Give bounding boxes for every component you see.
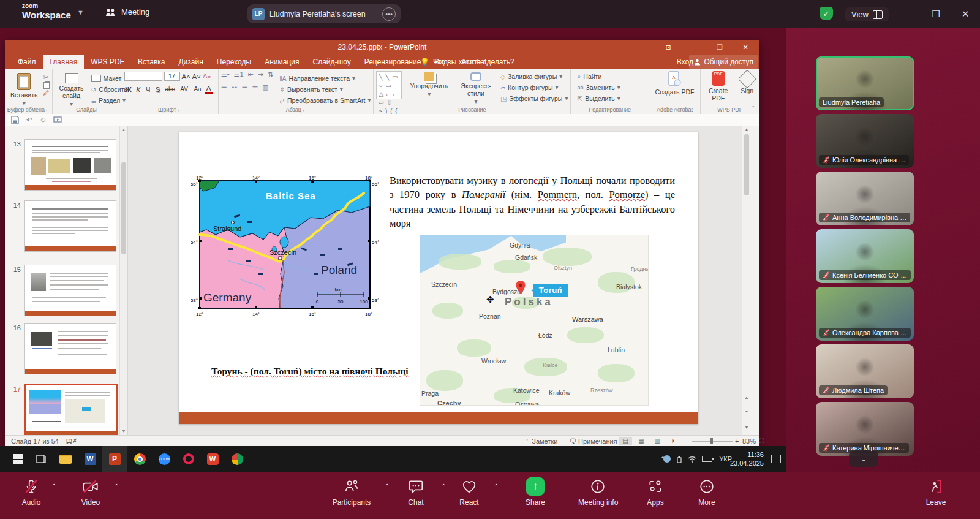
participant-video-tile[interactable]: Анна Володимирівна … (816, 172, 914, 225)
participants-options-chevron[interactable]: ⌃ (385, 483, 390, 490)
text-shadow-button[interactable]: S (154, 86, 162, 93)
shapes-gallery[interactable]: ╲ ╲ ▭ ○ ▭△ ⌐ ⌐ ⇨ ⇩~ ) ( { } ☆ (376, 71, 402, 99)
chrome-icon[interactable] (132, 451, 148, 467)
paste-button[interactable]: Вставить ▾ (7, 70, 41, 107)
ribbon-tab[interactable]: Главная (43, 55, 85, 69)
align-left-button[interactable]: ☱ (221, 83, 227, 91)
acrobat-create-pdf-button[interactable]: A Создать PDF (649, 69, 699, 96)
video-button[interactable]: Video (71, 477, 110, 507)
increase-indent-button[interactable]: ⇥ (258, 70, 263, 78)
slide-caption[interactable]: Торунь - (пол. Toruń) місто на півночі П… (211, 366, 409, 377)
align-right-button[interactable]: ☴ (242, 83, 248, 91)
start-slideshow-icon[interactable] (53, 116, 62, 124)
participants-button[interactable]: Participants (332, 477, 371, 507)
ribbon-tab[interactable]: WPS PDF (84, 55, 131, 69)
react-button[interactable]: React (450, 477, 489, 507)
slide-paragraph[interactable]: Використовувати музику в логопедії у Пол… (390, 173, 675, 231)
columns-button[interactable]: ▥ (262, 83, 268, 91)
ribbon-tab[interactable]: Файл (11, 55, 43, 69)
new-slide-button[interactable]: Создать слайд ▾ (54, 70, 89, 107)
ribbon-tab[interactable]: Вставка (131, 55, 172, 69)
participant-video-tile[interactable]: Ксенія Беліменко СО-… (816, 229, 914, 283)
change-case-button[interactable]: Aa (192, 86, 204, 93)
thumbnail-scrollbar[interactable]: ▲ ▼ (119, 126, 127, 435)
participant-video-tile[interactable]: Юлія Олександрівна … (816, 114, 914, 168)
system-tray[interactable] (663, 446, 712, 472)
wps-create-pdf-button[interactable]: PDF Create PDF (702, 69, 735, 102)
decrease-indent-button[interactable]: ⇤ (248, 70, 254, 78)
more-options-icon[interactable]: ••• (382, 7, 396, 21)
bullets-button[interactable]: ☰• (221, 70, 230, 78)
zoom-app-icon[interactable]: ZOOM (156, 451, 172, 467)
find-button[interactable]: ⌕Найти (577, 72, 649, 81)
ppt-close-button[interactable]: ✕ (735, 40, 756, 55)
slide-sorter-view-button[interactable]: ▦ (635, 437, 648, 445)
zoom-out-button[interactable]: — (682, 436, 689, 447)
minimize-button[interactable]: — (895, 0, 920, 28)
poland-map-image[interactable]: GdyniaGdańskOlsztynГроднаSzczecinBiałyst… (420, 235, 649, 406)
workspace-chevron-icon[interactable]: ▼ (77, 9, 84, 16)
ribbon-tab[interactable]: Переходы (210, 55, 258, 69)
security-shield-icon[interactable]: ✓ (820, 7, 833, 20)
wps-icon[interactable]: W (205, 451, 221, 467)
task-view-button[interactable] (34, 451, 50, 467)
undo-button[interactable]: ↶ (26, 116, 32, 124)
slide-thumbnail-16[interactable]: 16 (9, 323, 116, 374)
ppt-minimize-button[interactable]: — (684, 40, 704, 55)
slide-scrollbar[interactable]: ▲ ⏶ ⏷ ▼ (742, 126, 751, 435)
view-button[interactable]: View (845, 7, 889, 21)
audio-button[interactable]: Audio (12, 477, 51, 507)
baltic-sea-map-image[interactable]: 12° 14° 16° 18° 12° 14° 16° 18° 55° 54° … (191, 175, 379, 319)
shrink-font-button[interactable]: A˅ (192, 73, 201, 80)
comments-button[interactable]: 🗨 Примечания (570, 436, 617, 447)
ppt-share-button[interactable]: Общий доступ (689, 55, 758, 69)
justify-button[interactable]: ☰ (252, 83, 258, 91)
participant-video-tile[interactable]: Катерина Мірошниче… (816, 402, 914, 456)
word-icon[interactable]: W (82, 451, 98, 467)
redo-button[interactable]: ↻ (40, 116, 46, 124)
participant-video-tile[interactable]: Людмила Штепа (816, 344, 914, 398)
character-spacing-button[interactable]: AV (178, 86, 190, 93)
ribbon-tab[interactable]: Анимация (258, 55, 306, 69)
slide-thumbnail-13[interactable]: 13 (9, 139, 116, 191)
participant-video-tile[interactable]: Liudmyla Peretiaha (816, 56, 914, 110)
chat-button[interactable]: Chat (396, 477, 435, 507)
shape-effects-button[interactable]: ◳Эффекты фигуры▾ (500, 94, 568, 103)
participant-video-tile[interactable]: Олександра Карпова … (816, 287, 914, 341)
align-text-button[interactable]: ⇳Выровнять текст▾ (279, 85, 371, 94)
replace-button[interactable]: abЗаменить▾ (577, 83, 649, 92)
restore-button[interactable]: ❐ (924, 0, 948, 28)
notification-center-icon[interactable] (771, 446, 781, 472)
normal-view-button[interactable]: ▤ (619, 437, 632, 445)
react-options-chevron[interactable]: ⌃ (494, 483, 499, 490)
shape-outline-button[interactable]: ▱Контур фигуры▾ (500, 83, 568, 92)
quick-styles-button[interactable]: Экспресс-стили ▾ (456, 69, 496, 105)
clear-formatting-button[interactable]: A𝄪 (203, 72, 211, 80)
align-center-button[interactable]: ☲ (232, 83, 238, 91)
collapse-participants-button[interactable]: ⌄ (849, 451, 878, 467)
chat-options-chevron[interactable]: ⌃ (441, 483, 446, 490)
reading-view-button[interactable]: ▥ (650, 437, 664, 445)
start-button[interactable] (10, 451, 26, 467)
slide-thumbnail-14[interactable]: 14 (9, 200, 116, 252)
ribbon-tab[interactable]: Дизайн (172, 55, 209, 69)
notes-button[interactable]: ≐ Заметки (524, 436, 557, 447)
opera-icon[interactable] (181, 451, 197, 467)
ribbon-display-options-button[interactable]: ⊡ (658, 40, 679, 55)
share-button[interactable]: ↑ Share (516, 477, 555, 507)
ribbon-tab[interactable]: Слайд-шоу (306, 55, 357, 69)
more-button[interactable]: More (687, 477, 726, 507)
leave-button[interactable]: Leave (916, 477, 956, 507)
underline-button[interactable]: Ч (144, 86, 153, 93)
spellcheck-icon[interactable]: 🕮✗ (66, 436, 77, 447)
tab-meeting[interactable]: Meeting (105, 7, 149, 17)
zoom-percentage[interactable]: 83% (742, 436, 756, 447)
clock[interactable]: 11:3623.04.2025 (730, 446, 764, 472)
slide-thumbnail-17[interactable]: 17 (9, 384, 118, 435)
meet-icon[interactable] (229, 451, 245, 467)
select-button[interactable]: ⇱Выделить▾ (577, 94, 649, 103)
ppt-restore-button[interactable]: ❐ (709, 40, 730, 55)
wps-sign-button[interactable]: Sign (737, 69, 757, 102)
numbering-button[interactable]: ☰1 (234, 70, 244, 78)
shared-screen-tab[interactable]: LP Liudmyla Peretiaha's screen ••• (247, 4, 401, 23)
